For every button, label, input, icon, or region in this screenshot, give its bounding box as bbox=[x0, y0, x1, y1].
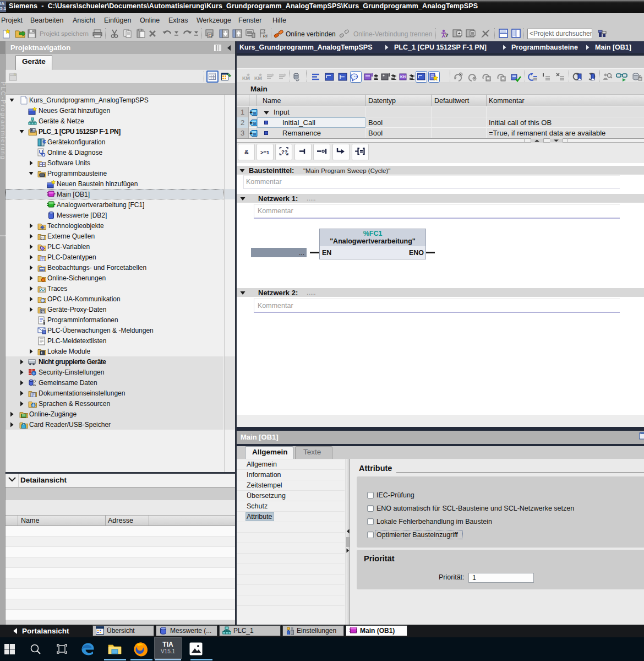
svg-text:>=1: >=1 bbox=[260, 149, 270, 155]
svg-text:RT: RT bbox=[263, 34, 268, 38]
svg-text:0I: 0I bbox=[253, 121, 256, 126]
svg-text:&: & bbox=[244, 149, 249, 155]
svg-text:01: 01 bbox=[41, 237, 44, 240]
svg-text:KM: KM bbox=[254, 75, 262, 81]
svg-text:0I: 0I bbox=[253, 111, 256, 116]
svg-text:KM: KM bbox=[242, 75, 250, 81]
svg-text:0I: 0I bbox=[253, 132, 256, 137]
svg-text:01: 01 bbox=[208, 34, 212, 37]
svg-text:KH: KH bbox=[400, 75, 406, 79]
svg-text:??: ?? bbox=[281, 149, 288, 155]
svg-text:?: ? bbox=[445, 32, 449, 38]
